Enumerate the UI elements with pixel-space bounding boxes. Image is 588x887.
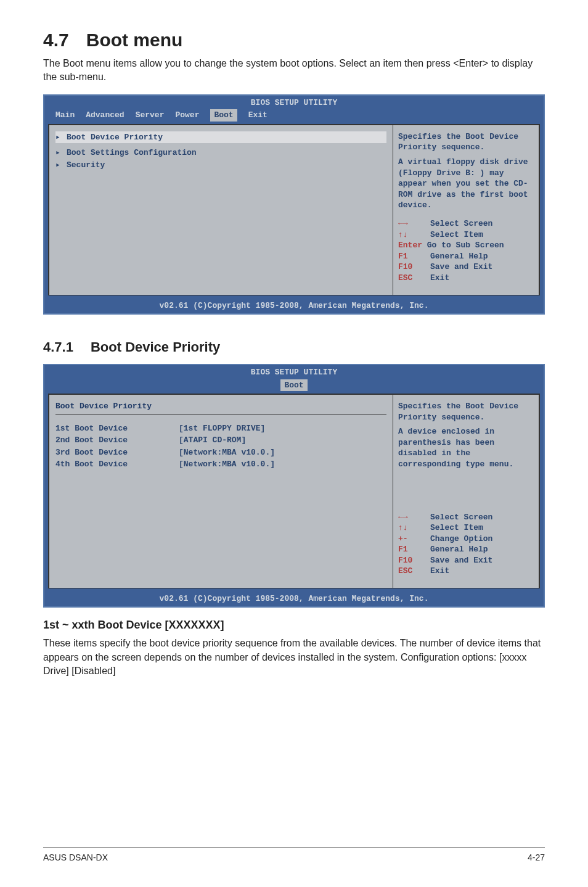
bios-row-label: 1st Boot Device (55, 423, 179, 434)
bios-help-line: A virtual floppy disk drive (Floppy Driv… (398, 157, 534, 211)
bios-title: BIOS SETUP UTILITY (44, 365, 544, 378)
key-desc: Save and Exit (430, 262, 534, 273)
subsection-heading: 4.7.1Boot Device Priority (43, 339, 545, 355)
key-desc: Exit (430, 273, 534, 284)
page-footer: ASUS DSAN-DX 4-27 (43, 847, 545, 862)
key-desc: General Help (430, 251, 534, 262)
bios-right-pane: Specifies the Boot Device Priority seque… (393, 394, 540, 588)
bios-item-boot-settings-config: ▸ Boot Settings Configuration (55, 147, 386, 159)
bios-tab-server: Server (136, 109, 176, 122)
key-desc: Select Screen (430, 218, 534, 229)
key-arrows: ←→ (398, 218, 430, 229)
key-plusminus: +- (398, 534, 430, 545)
bios-row-label: 2nd Boot Device (55, 435, 179, 446)
subsection-title-text: Boot Device Priority (91, 339, 220, 355)
bios-tab-boot: Boot (280, 379, 307, 392)
bios-copyright: v02.61 (C)Copyright 1985-2008, American … (44, 592, 544, 607)
section-heading: 4.7Boot menu (43, 30, 545, 51)
bios-row-label: 4th Boot Device (55, 459, 179, 470)
footer-left: ASUS DSAN-DX (43, 852, 108, 862)
bios-item-label: Boot Device Priority (67, 132, 163, 143)
key-desc: Select Item (430, 229, 534, 241)
bios-key-legend: ←→Select Screen ↑↓Select Item Enter Go t… (398, 218, 534, 283)
key-desc: Save and Exit (430, 555, 534, 566)
bios-row-label: 3rd Boot Device (55, 447, 179, 458)
bios-tab-boot: Boot (210, 109, 237, 122)
key-f10: F10 (398, 555, 430, 566)
key-enter-line: Enter Go to Sub Screen (398, 240, 534, 251)
bios-tab-bar: Boot (44, 378, 544, 394)
bios-row-2nd-boot: 2nd Boot Device [ATAPI CD-ROM] (55, 434, 386, 447)
key-desc: Select Item (430, 522, 534, 534)
bios-right-pane: Specifies the Boot Device Priority seque… (393, 124, 540, 295)
bios-help-text: Specifies the Boot Device Priority seque… (398, 401, 534, 473)
bios-tab-main: Main (55, 109, 86, 122)
bios-tab-power: Power (175, 109, 210, 122)
bios-row-value: [Network:MBA v10.0.] (179, 447, 386, 458)
bios-row-3rd-boot: 3rd Boot Device [Network:MBA v10.0.] (55, 447, 386, 459)
submenu-arrow-icon: ▸ (55, 147, 67, 159)
section-intro: The Boot menu items allow you to change … (43, 57, 545, 85)
bios-tab-exit: Exit (237, 109, 279, 122)
bios-row-1st-boot: 1st Boot Device [1st FLOPPY DRIVE] (55, 423, 386, 435)
key-updown: ↑↓ (398, 229, 430, 241)
key-f1: F1 (398, 544, 430, 555)
bios-left-pane: ▸ Boot Device Priority ▸ Boot Settings C… (48, 124, 393, 295)
bios-row-value: [1st FLOPPY DRIVE] (179, 423, 386, 434)
section-title-text: Boot menu (86, 30, 183, 50)
key-esc: ESC (398, 273, 430, 284)
parameter-body: These items specify the boot device prio… (43, 637, 545, 678)
subsection-number: 4.7.1 (43, 339, 73, 355)
key-desc: Select Screen (430, 512, 534, 523)
bios-item-label: Security (67, 160, 105, 171)
bios-key-legend: ←→Select Screen ↑↓Select Item +-Change O… (398, 512, 534, 577)
bios-left-pane: Boot Device Priority 1st Boot Device [1s… (48, 394, 393, 588)
parameter-heading: 1st ~ xxth Boot Device [XXXXXXX] (43, 619, 545, 632)
bios-row-4th-boot: 4th Boot Device [Network:MBA v10.0.] (55, 458, 386, 471)
key-f1: F1 (398, 251, 430, 262)
bios-item-boot-device-priority: ▸ Boot Device Priority (55, 131, 386, 144)
bios-help-line: Specifies the Boot Device Priority seque… (398, 401, 534, 423)
key-f10: F10 (398, 262, 430, 273)
key-desc: General Help (430, 544, 534, 555)
bios-help-line: Specifies the Boot Device Priority seque… (398, 131, 534, 153)
section-number: 4.7 (43, 30, 69, 50)
bios-row-value: [ATAPI CD-ROM] (179, 435, 386, 446)
bios-screenshot-boot-device-priority: BIOS SETUP UTILITY Boot Boot Device Prio… (43, 364, 545, 608)
key-desc: Exit (430, 566, 534, 577)
bios-tab-advanced: Advanced (86, 109, 135, 122)
key-desc: Change Option (430, 534, 534, 545)
bios-row-value: [Network:MBA v10.0.] (179, 459, 386, 470)
bios-tab-bar: Main Advanced Server Power Boot Exit (44, 108, 544, 124)
submenu-arrow-icon: ▸ (55, 160, 67, 171)
key-esc: ESC (398, 566, 430, 577)
key-updown: ↑↓ (398, 522, 430, 534)
bios-title: BIOS SETUP UTILITY (44, 96, 544, 109)
bios-screenshot-boot-menu: BIOS SETUP UTILITY Main Advanced Server … (43, 94, 545, 315)
footer-right: 4-27 (528, 852, 545, 862)
submenu-arrow-icon: ▸ (55, 132, 67, 143)
bios-pane-header: Boot Device Priority (55, 401, 386, 415)
key-arrows: ←→ (398, 512, 430, 523)
bios-copyright: v02.61 (C)Copyright 1985-2008, American … (44, 299, 544, 314)
bios-item-security: ▸ Security (55, 159, 386, 171)
bios-help-text: Specifies the Boot Device Priority seque… (398, 131, 534, 215)
bios-item-label: Boot Settings Configuration (67, 147, 197, 159)
bios-help-line: A device enclosed in parenthesis has bee… (398, 426, 534, 469)
